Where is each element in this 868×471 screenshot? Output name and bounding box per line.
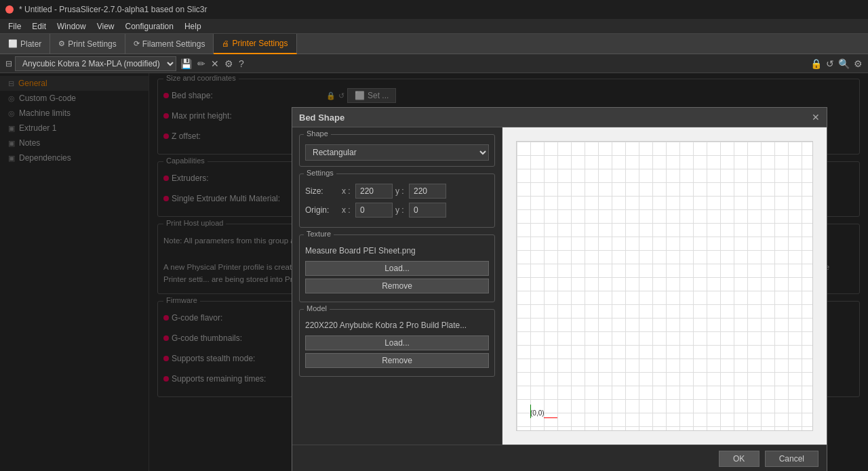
dialog-footer: OK Cancel [292, 445, 827, 471]
dialog-body: Shape Rectangular Circular Custom Settin… [292, 127, 827, 445]
title-bar: * Untitled - PrusaSlicer-2.7.0-alpha1 ba… [0, 0, 868, 19]
origin-x-input[interactable] [355, 203, 393, 218]
shape-section: Shape Rectangular Circular Custom [299, 134, 495, 167]
model-name: 220X220 Anybubic Kobra 2 Pro Build Plate… [305, 319, 489, 331]
size-x-input[interactable] [355, 184, 393, 199]
dialog-title-bar: Bed Shape ✕ [292, 108, 827, 127]
size-y-input[interactable] [409, 184, 446, 199]
origin-row: Origin: x : y : [305, 203, 489, 218]
origin-label: Origin: [305, 205, 339, 215]
profile-icons: 💾 ✏ ✕ ⚙ ? [179, 58, 245, 69]
window-title: * Untitled - PrusaSlicer-2.7.0-alpha1 ba… [19, 5, 207, 14]
dialog-title: Bed Shape [299, 112, 344, 123]
bed-shape-dialog: Bed Shape ✕ Shape Rectangular Circular C… [292, 107, 827, 471]
x-axis-indicator [544, 417, 557, 418]
texture-name: Measure Board PEI Sheet.png [305, 245, 489, 257]
model-section: Model 220X220 Anybubic Kobra 2 Pro Build… [299, 309, 495, 377]
print-settings-icon: ⚙ [58, 39, 65, 48]
menu-help[interactable]: Help [179, 20, 207, 33]
cancel-button[interactable]: Cancel [765, 451, 818, 467]
profile-delete-icon[interactable]: ✕ [210, 58, 220, 69]
texture-load-button[interactable]: Load... [305, 261, 489, 276]
menu-edit[interactable]: Edit [26, 20, 52, 33]
menu-file[interactable]: File [3, 20, 26, 33]
profile-save-icon[interactable]: 💾 [179, 58, 193, 69]
search-icon[interactable]: 🔍 [838, 58, 850, 69]
main-layout: ⊟ General ◎ Custom G-code ◎ Machine limi… [0, 73, 868, 471]
settings-section-title: Settings [304, 169, 336, 177]
preview-canvas: (0,0) [516, 141, 813, 431]
tab-printer-settings[interactable]: 🖨 Printer Settings [214, 34, 296, 54]
menu-view[interactable]: View [92, 20, 120, 33]
tab-filament-settings[interactable]: ⟳ Filament Settings [125, 34, 214, 54]
dialog-close-button[interactable]: ✕ [812, 112, 820, 123]
printer-icon: 🖨 [222, 39, 229, 47]
profile-bar: ⊟ Anycubic Kobra 2 Max-PLA (modified) 💾 … [0, 54, 868, 73]
dialog-preview-panel: (0,0) [502, 127, 827, 445]
lock-icon[interactable]: 🔒 [810, 58, 822, 69]
tab-print-settings-label: Print Settings [68, 39, 116, 49]
profile-help-icon[interactable]: ? [237, 58, 245, 69]
origin-y-input[interactable] [409, 203, 446, 218]
menu-bar: File Edit Window View Configuration Help [0, 19, 868, 34]
filament-icon: ⟳ [134, 39, 140, 48]
dialog-left-panel: Shape Rectangular Circular Custom Settin… [292, 127, 502, 445]
size-label: Size: [305, 186, 339, 196]
profile-select[interactable]: Anycubic Kobra 2 Max-PLA (modified) [15, 56, 176, 71]
tab-bar: ⬜ Plater ⚙ Print Settings ⟳ Filament Set… [0, 34, 868, 54]
window-close-dot[interactable] [5, 5, 14, 14]
ok-button[interactable]: OK [719, 451, 760, 467]
y-axis-indicator [530, 405, 531, 418]
model-section-title: Model [304, 304, 330, 312]
tab-printer-settings-label: Printer Settings [232, 39, 288, 48]
texture-section: Texture Measure Board PEI Sheet.png Load… [299, 234, 495, 302]
tab-plater[interactable]: ⬜ Plater [0, 34, 50, 54]
menu-window[interactable]: Window [52, 20, 92, 33]
profile-icon: ⊟ [5, 59, 12, 68]
shape-select[interactable]: Rectangular Circular Custom [305, 144, 489, 161]
profile-settings-icon[interactable]: ⚙ [223, 58, 235, 69]
texture-remove-button[interactable]: Remove [305, 279, 489, 293]
cog-icon[interactable]: ⚙ [854, 58, 863, 69]
model-load-button[interactable]: Load... [305, 335, 489, 350]
texture-section-title: Texture [304, 230, 334, 238]
preview-grid: (0,0) [517, 142, 812, 430]
profile-right-icons: 🔒 ↺ 🔍 ⚙ [810, 58, 863, 69]
model-remove-button[interactable]: Remove [305, 353, 489, 368]
tab-print-settings[interactable]: ⚙ Print Settings [50, 34, 125, 54]
tab-filament-settings-label: Filament Settings [142, 39, 205, 49]
profile-rename-icon[interactable]: ✏ [196, 58, 207, 69]
plater-icon: ⬜ [8, 39, 18, 48]
undo-icon[interactable]: ↺ [826, 58, 834, 69]
menu-configuration[interactable]: Configuration [120, 20, 179, 33]
size-row: Size: x : y : [305, 184, 489, 199]
tab-plater-label: Plater [20, 39, 41, 49]
shape-section-title: Shape [304, 129, 331, 138]
settings-section: Settings Size: x : y : Origin: x : [299, 173, 495, 228]
preview-origin-label: (0,0) [530, 409, 545, 417]
